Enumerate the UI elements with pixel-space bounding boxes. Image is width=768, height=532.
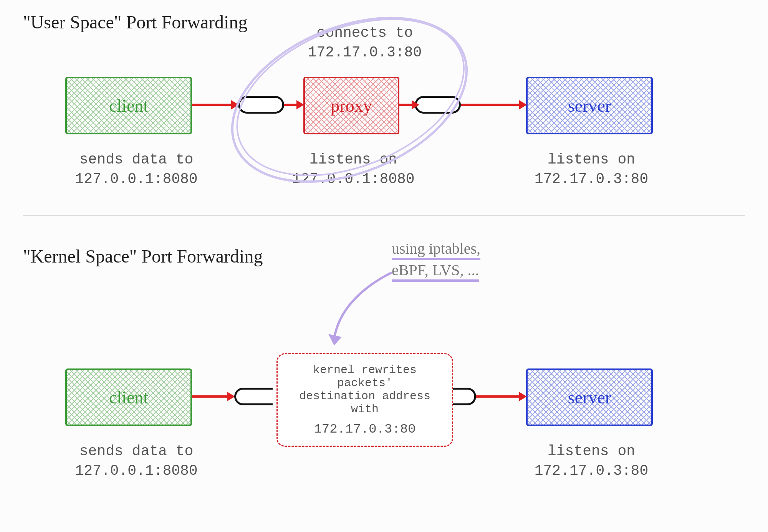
kernel-server-box: server: [526, 368, 653, 426]
arrow-client-to-pipe1: [192, 104, 234, 106]
arrow-pipe1-to-proxy: [284, 104, 300, 106]
userspace-proxy-bot2: 127.0.0.1:8080: [292, 171, 414, 187]
kernel-methods-note: using iptables, eBPF, LVS, ...: [392, 238, 480, 281]
userspace-client-cap2: 127.0.0.1:8080: [75, 171, 197, 187]
userspace-proxy-top1: connects to: [317, 25, 413, 41]
userspace-server-label: server: [565, 95, 614, 117]
arrow-kernel-to-server: [476, 395, 522, 398]
pipe-1: [238, 96, 284, 114]
kernel-client-caption: sends data to 127.0.0.1:8080: [65, 441, 207, 481]
userspace-client-cap1: sends data to: [79, 151, 193, 168]
kernel-rewrite-box: kernel rewrites packets' destination add…: [276, 353, 453, 447]
userspace-proxy-bot1: listens on: [310, 151, 397, 168]
kernel-client-label: client: [106, 387, 151, 408]
kernel-server-label: server: [565, 387, 614, 408]
userspace-proxy-label: proxy: [328, 95, 375, 117]
pipe-2: [415, 96, 461, 114]
kernel-server-cap1: listens on: [548, 443, 635, 459]
kernel-server-cap2: 172.17.0.3:80: [535, 463, 648, 479]
kernel-client-cap1: sends data to: [79, 443, 193, 459]
arrow-pipe2-to-server: [461, 104, 522, 106]
userspace-client-caption: sends data to 127.0.0.1:8080: [65, 150, 207, 189]
userspace-client-box: client: [65, 77, 192, 134]
arrow-client-to-pipe3: [192, 395, 230, 398]
kernel-server-caption: listens on 172.17.0.3:80: [515, 441, 668, 481]
pipe-3-left: [234, 388, 273, 405]
userspace-server-cap2: 172.17.0.3:80: [535, 171, 648, 187]
kernel-client-box: client: [65, 368, 192, 426]
userspace-proxy-box: proxy: [303, 77, 399, 134]
userspace-server-box: server: [526, 77, 653, 134]
userspace-title: "User Space" Port Forwarding: [23, 12, 247, 33]
pipe-3-right: [453, 388, 476, 405]
userspace-server-caption: listens on 172.17.0.3:80: [515, 150, 668, 189]
kernel-methods-2: eBPF, LVS, ...: [392, 261, 479, 282]
kernel-methods-1: using iptables,: [392, 240, 480, 260]
section-divider: [23, 215, 745, 216]
userspace-proxy-top-caption: connects to 172.17.0.3:80: [296, 23, 434, 63]
kernel-rewrite-l1: kernel rewrites packets': [288, 363, 441, 390]
kernel-rewrite-l2: destination address with: [288, 390, 441, 416]
kernelspace-title: "Kernel Space" Port Forwarding: [23, 246, 263, 267]
userspace-proxy-top2: 172.17.0.3:80: [308, 44, 422, 61]
userspace-proxy-bot-caption: listens on 127.0.0.1:8080: [261, 150, 445, 189]
userspace-client-label: client: [106, 95, 151, 117]
svg-marker-2: [328, 334, 342, 345]
kernel-rewrite-l3: 172.17.0.3:80: [288, 422, 441, 436]
userspace-server-cap1: listens on: [548, 151, 635, 168]
arrow-proxy-to-pipe2: [399, 104, 415, 106]
kernel-client-cap2: 127.0.0.1:8080: [75, 463, 197, 479]
